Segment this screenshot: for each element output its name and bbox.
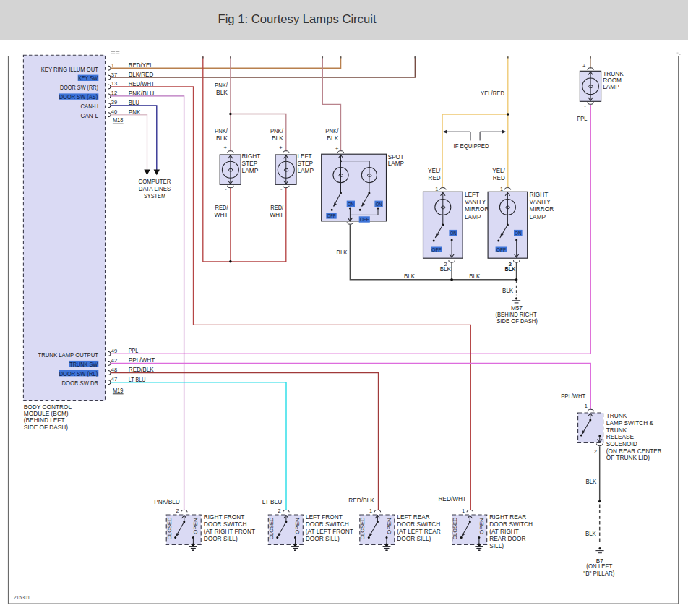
svg-text:COMPUTER: COMPUTER [138, 178, 171, 185]
svg-text:LEFT: LEFT [465, 191, 479, 198]
svg-text:BLK: BLK [216, 89, 228, 96]
svg-text:BLK: BLK [585, 530, 596, 537]
svg-text:BLK: BLK [502, 287, 513, 294]
svg-text:M18: M18 [113, 116, 124, 124]
svg-text:2: 2 [594, 448, 597, 455]
svg-text:MIRROR: MIRROR [530, 205, 554, 213]
svg-text:CLOSED: CLOSED [359, 517, 366, 539]
svg-text:49: 49 [111, 348, 117, 354]
svg-text:CAN-H: CAN-H [81, 103, 99, 110]
svg-text:PNK/BLU: PNK/BLU [154, 498, 180, 505]
svg-text:RED/: RED/ [215, 204, 229, 211]
svg-text:1: 1 [435, 186, 438, 192]
svg-text:(ON REAR CENTER: (ON REAR CENTER [606, 448, 662, 455]
svg-text:LEFT REAR: LEFT REAR [397, 513, 430, 521]
svg-text:RED: RED [429, 174, 441, 181]
svg-text:TRUNK SW: TRUNK SW [69, 361, 98, 368]
svg-text:RED/YEL: RED/YEL [129, 61, 153, 69]
svg-text:BLK/RED: BLK/RED [129, 71, 154, 78]
svg-text:37: 37 [111, 72, 117, 78]
svg-text:DOOR SW DR: DOOR SW DR [62, 380, 99, 387]
svg-text:+: + [223, 145, 227, 151]
svg-text:STEP: STEP [297, 160, 313, 167]
svg-text:BLU: BLU [129, 99, 139, 106]
svg-text:VANITY: VANITY [465, 198, 486, 205]
svg-text:OF TRUNK LID): OF TRUNK LID) [606, 454, 650, 461]
svg-text:BLK: BLK [337, 249, 348, 256]
svg-text:OPEN: OPEN [478, 518, 485, 534]
svg-text:ON: ON [348, 201, 354, 208]
svg-text:RIGHT: RIGHT [242, 153, 261, 160]
svg-text:OPEN: OPEN [386, 518, 392, 534]
svg-text:STEP: STEP [242, 160, 258, 167]
svg-text:RIGHT: RIGHT [530, 191, 549, 198]
svg-text:(AT LEFT REAR: (AT LEFT REAR [397, 528, 440, 535]
svg-text:BLK: BLK [404, 273, 415, 280]
svg-text:215301: 215301 [14, 595, 30, 600]
svg-text:PPL/WHT: PPL/WHT [129, 356, 155, 364]
svg-text:1: 1 [369, 508, 372, 514]
svg-text:DOOR SW (RL): DOOR SW (RL) [59, 370, 98, 377]
svg-text:ON: ON [376, 201, 382, 208]
svg-text:REAR DOOR: REAR DOOR [489, 535, 525, 542]
svg-text:Fig 1: Courtesy Lamps Circuit: Fig 1: Courtesy Lamps Circuit [218, 12, 377, 26]
svg-text:(AT LEFT FRONT: (AT LEFT FRONT [306, 528, 353, 535]
svg-text:TRUNK: TRUNK [606, 427, 627, 434]
svg-text:TRUNK LAMP OUTPUT: TRUNK LAMP OUTPUT [38, 351, 99, 359]
svg-text:DOOR SILL): DOOR SILL) [204, 535, 238, 542]
svg-text:DOOR SILL): DOOR SILL) [397, 535, 431, 542]
svg-text:WHT: WHT [270, 211, 283, 218]
svg-text:BLK: BLK [469, 273, 480, 280]
svg-text:KEY RING ILLUM OUT: KEY RING ILLUM OUT [41, 66, 99, 73]
svg-text:RED/BLK: RED/BLK [348, 497, 374, 504]
svg-text:PPL/WHT: PPL/WHT [561, 393, 585, 400]
svg-text:DOOR SWITCH: DOOR SWITCH [306, 521, 349, 528]
svg-text:LAMP: LAMP [297, 167, 314, 174]
svg-text:RED: RED [493, 174, 505, 181]
svg-text:PNK/: PNK/ [325, 127, 339, 134]
svg-text:PNK/: PNK/ [215, 127, 228, 134]
svg-text:47: 47 [111, 376, 117, 382]
svg-text:KEY SW: KEY SW [78, 74, 98, 82]
svg-text:YEL/: YEL/ [428, 167, 441, 174]
svg-text:DOOR SWITCH: DOOR SWITCH [397, 521, 440, 528]
svg-text:LT BLU: LT BLU [262, 498, 282, 505]
svg-text:42: 42 [111, 357, 117, 364]
svg-text:DOOR SILL): DOOR SILL) [306, 535, 340, 542]
svg-text:LAMP: LAMP [388, 160, 404, 167]
svg-text:PNK/BLU: PNK/BLU [129, 90, 155, 97]
svg-text:13: 13 [111, 80, 117, 87]
svg-text:RELEASE: RELEASE [606, 433, 635, 440]
svg-text:2: 2 [278, 508, 281, 514]
svg-text:PPL: PPL [129, 347, 139, 354]
svg-text:BLK: BLK [440, 265, 451, 273]
svg-text:48: 48 [111, 367, 117, 373]
svg-text:LAMP: LAMP [242, 167, 259, 174]
svg-text:OFF: OFF [431, 247, 441, 253]
svg-text:PNK: PNK [129, 108, 141, 116]
svg-text:(AT RIGHT FRONT: (AT RIGHT FRONT [204, 528, 255, 535]
svg-text:RED/WHT: RED/WHT [438, 495, 466, 502]
svg-text:LAMP: LAMP [603, 83, 619, 90]
svg-text:LEFT FRONT: LEFT FRONT [306, 513, 343, 521]
svg-text:LAMP SWITCH &: LAMP SWITCH & [606, 419, 654, 427]
svg-text:PNK/: PNK/ [270, 127, 284, 134]
svg-text:CLOSED: CLOSED [268, 517, 275, 539]
svg-text:WHT: WHT [215, 211, 228, 218]
svg-text:BLK: BLK [216, 134, 228, 142]
svg-text:DOOR SWITCH: DOOR SWITCH [489, 521, 533, 528]
svg-text:YEL/: YEL/ [492, 167, 505, 174]
svg-text:CAN-L: CAN-L [81, 112, 99, 119]
svg-text:MIRROR: MIRROR [465, 205, 489, 213]
svg-text:RED/: RED/ [270, 204, 284, 211]
svg-text:RIGHT FRONT: RIGHT FRONT [204, 513, 245, 521]
svg-text:RIGHT REAR: RIGHT REAR [489, 513, 526, 521]
svg-text:VANITY: VANITY [530, 198, 551, 205]
svg-text:"B" PILLAR): "B" PILLAR) [583, 570, 614, 577]
svg-text:(AT RIGHT: (AT RIGHT [489, 528, 519, 535]
svg-text:LAMP: LAMP [465, 213, 481, 221]
svg-text:BLK: BLK [585, 478, 596, 485]
svg-text:ON: ON [450, 230, 457, 236]
svg-text:TRUNK: TRUNK [606, 412, 627, 419]
svg-text:2: 2 [176, 508, 179, 514]
